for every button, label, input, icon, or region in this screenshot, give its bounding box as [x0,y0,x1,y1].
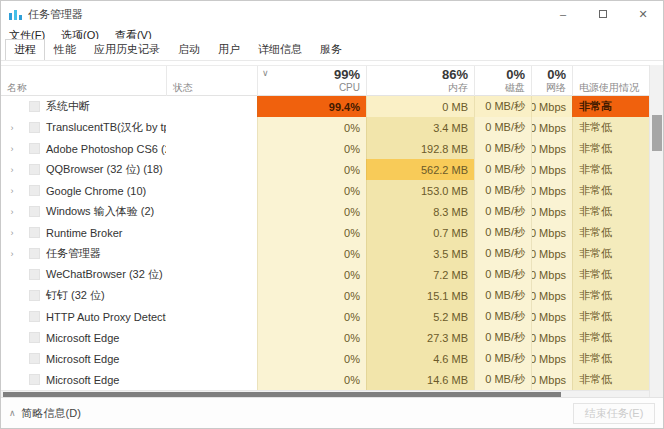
cell-memory: 5.2 MB [366,306,474,327]
expand-chevron-icon[interactable]: › [5,144,19,154]
cell-name: Microsoft Edge [1,327,166,348]
expand-chevron-icon[interactable]: › [5,186,19,196]
cell-status [166,348,257,369]
process-row[interactable]: ›QQBrowser (32 位) (18)0%562.2 MB0 MB/秒0 … [1,159,649,180]
task-manager-window: 任务管理器 – ✕ 文件(F)选项(O)查看(V) 进程性能应用历史记录启动用户… [0,0,664,429]
process-row[interactable]: WeChatBrowser (32 位)0%7.2 MB0 MB/秒0 Mbps… [1,264,649,285]
cell-memory: 0.7 MB [366,222,474,243]
vertical-scrollbar-thumb[interactable] [652,115,662,151]
maximize-button[interactable] [583,1,623,27]
cell-name: Microsoft Edge [1,348,166,369]
process-icon [29,101,40,112]
process-row[interactable]: ›Adobe Photoshop CS6 (2)0%192.8 MB0 MB/秒… [1,138,649,159]
process-name: 钉钉 (32 位) [46,288,105,303]
cell-memory: 8.3 MB [366,201,474,222]
process-icon [29,143,40,154]
process-row[interactable]: HTTP Auto Proxy Detection ...0%5.2 MB0 M… [1,306,649,327]
cell-power: 非常低 [572,201,649,222]
fewer-details-label: 简略信息(D) [22,406,81,421]
process-row[interactable]: ›任务管理器0%3.5 MB0 MB/秒0 Mbps非常低 [1,243,649,264]
minimize-button[interactable]: – [543,1,583,27]
collapse-chevron-icon: ∧ [9,408,16,418]
cell-disk: 0 MB/秒 [474,96,531,117]
process-row[interactable]: Microsoft Edge0%27.3 MB0 MB/秒0 Mbps非常低 [1,327,649,348]
cell-cpu: 0% [257,138,366,159]
expand-chevron-icon[interactable]: › [5,123,19,133]
process-name: Google Chrome (10) [46,185,146,197]
cell-power: 非常低 [572,285,649,306]
cell-network: 0 Mbps [531,306,572,327]
process-row[interactable]: ›Runtime Broker0%0.7 MB0 MB/秒0 Mbps非常低 [1,222,649,243]
column-header-network[interactable]: 0% 网络 [531,66,572,96]
process-icon [29,164,40,175]
cell-disk: 0 MB/秒 [474,306,531,327]
process-name: 系统中断 [46,99,90,114]
cell-network: 0 Mbps [531,180,572,201]
vertical-scrollbar[interactable] [649,65,663,399]
process-icon [29,269,40,280]
cell-name: HTTP Auto Proxy Detection ... [1,306,166,327]
end-task-button[interactable]: 结束任务(E) [573,403,655,424]
process-row[interactable]: 钉钉 (32 位)0%15.1 MB0 MB/秒0 Mbps非常低 [1,285,649,306]
cell-status [166,306,257,327]
column-header-status[interactable]: 状态 [166,66,257,96]
process-icon [29,227,40,238]
cell-disk: 0 MB/秒 [474,180,531,201]
expand-chevron-icon[interactable]: › [5,207,19,217]
cell-network: 0 Mbps [531,327,572,348]
cell-name: ›TranslucentTB(汉化 by tpxxn) [1,117,166,138]
process-row[interactable]: ›TranslucentTB(汉化 by tpxxn)0%3.4 MB0 MB/… [1,117,649,138]
cell-disk: 0 MB/秒 [474,222,531,243]
process-name: Microsoft Edge [46,332,119,344]
cell-network: 0 Mbps [531,285,572,306]
title-bar: 任务管理器 – ✕ [1,1,663,27]
cell-memory: 4.6 MB [366,348,474,369]
tab-bar: 进程性能应用历史记录启动用户详细信息服务 [1,43,663,61]
cell-name: Microsoft Edge [1,369,166,390]
cell-memory: 7.2 MB [366,264,474,285]
cell-status [166,285,257,306]
cell-memory: 192.8 MB [366,138,474,159]
column-header-name[interactable]: 名称 [1,66,166,96]
expand-chevron-icon[interactable]: › [5,165,19,175]
cell-power: 非常低 [572,306,649,327]
process-row[interactable]: Microsoft Edge0%4.6 MB0 MB/秒0 Mbps非常低 [1,348,649,369]
expand-chevron-icon[interactable]: › [5,249,19,259]
sort-descending-icon: ∨ [262,68,269,78]
cell-status [166,159,257,180]
expand-chevron-icon[interactable]: › [5,228,19,238]
tab-进程[interactable]: 进程 [5,39,45,60]
cell-power: 非常低 [572,327,649,348]
column-header-cpu[interactable]: ∨ 99% CPU [257,66,366,96]
close-button[interactable]: ✕ [623,1,663,27]
tab-性能[interactable]: 性能 [45,39,85,60]
cell-memory: 562.2 MB [366,159,474,180]
process-row[interactable]: ›Windows 输入体验 (2)0%8.3 MB0 MB/秒0 Mbps非常低 [1,201,649,222]
cell-network: 0 Mbps [531,348,572,369]
cell-disk: 0 MB/秒 [474,348,531,369]
process-row[interactable]: Microsoft Edge0%14.6 MB0 MB/秒0 Mbps非常低 [1,369,649,390]
cell-power: 非常低 [572,369,649,390]
cell-name: ›Adobe Photoshop CS6 (2) [1,138,166,159]
tab-用户[interactable]: 用户 [209,39,249,60]
process-row[interactable]: 系统中断99.4%0 MB0 MB/秒0 Mbps非常高 [1,96,649,117]
cell-name: ›QQBrowser (32 位) (18) [1,159,166,180]
tab-启动[interactable]: 启动 [169,39,209,60]
cell-memory: 3.5 MB [366,243,474,264]
tab-详细信息[interactable]: 详细信息 [249,39,311,60]
cell-power: 非常低 [572,243,649,264]
process-name: WeChatBrowser (32 位) [46,267,163,282]
column-header-memory[interactable]: 86% 内存 [366,66,474,96]
fewer-details-toggle[interactable]: ∧ 简略信息(D) [9,406,81,421]
column-header-power[interactable]: 电源使用情况 [572,66,649,96]
cell-power: 非常高 [572,96,649,117]
process-row[interactable]: ›Google Chrome (10)0%153.0 MB0 MB/秒0 Mbp… [1,180,649,201]
cell-memory: 153.0 MB [366,180,474,201]
table-header-row: 名称 状态 ∨ 99% CPU 86% 内存 0% 磁盘 0% 网络 [1,65,649,96]
process-name: HTTP Auto Proxy Detection ... [46,311,166,323]
tab-应用历史记录[interactable]: 应用历史记录 [85,39,169,60]
cell-memory: 0 MB [366,96,474,117]
column-header-disk[interactable]: 0% 磁盘 [474,66,531,96]
process-icon [29,206,40,217]
tab-服务[interactable]: 服务 [311,39,351,60]
